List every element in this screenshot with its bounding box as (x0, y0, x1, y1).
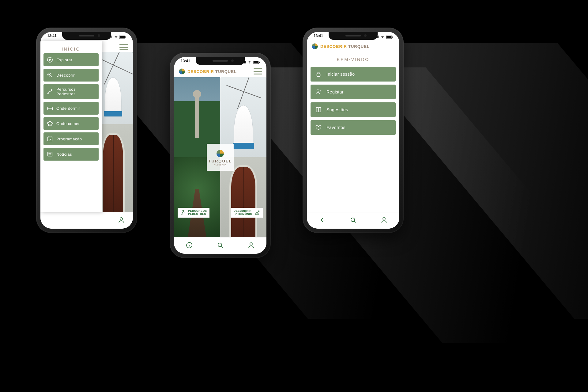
search-plus-icon (47, 72, 53, 78)
menu-item-register[interactable]: Registar (311, 85, 396, 99)
menu-label: Notícias (56, 152, 72, 157)
svg-point-23 (351, 218, 355, 222)
chip-line2: PEDESTRES (188, 212, 206, 215)
nav-profile[interactable] (118, 216, 125, 225)
menu-label: Descobrir (56, 73, 75, 78)
badge-turquel: TURQUEL (209, 159, 232, 163)
bottom-nav (40, 212, 133, 229)
welcome-title: BEM-VINDO (307, 57, 399, 62)
bottom-nav (307, 212, 399, 229)
menu-item-descobrir[interactable]: Descobrir (43, 69, 99, 82)
newspaper-icon (47, 151, 53, 158)
menu-item-explorar[interactable]: Explorar (43, 53, 99, 66)
svg-point-22 (317, 90, 319, 92)
svg-point-16 (218, 243, 222, 247)
heart-icon (315, 124, 322, 131)
profile-icon (118, 216, 125, 224)
nav-profile[interactable] (247, 242, 255, 250)
brand-word-descobrir: DESCOBRIR (187, 69, 214, 74)
menu-label: Iniciar sessão (326, 72, 355, 77)
svg-point-17 (250, 243, 252, 245)
nav-profile[interactable] (380, 216, 388, 225)
wifi-icon (380, 36, 385, 39)
chip-line1: DESCOBRIR (234, 209, 252, 212)
menu-item-onde-dormir[interactable]: Onde dormir (43, 102, 99, 115)
menu-item-onde-comer[interactable]: Onde comer (43, 117, 99, 130)
wifi-icon (247, 61, 252, 64)
nav-search[interactable] (349, 216, 357, 225)
battery-icon (253, 61, 260, 64)
menu-label: Percursos Pedestres (56, 87, 96, 96)
lock-icon (315, 70, 322, 78)
svg-point-9 (120, 218, 123, 220)
chip-line1: PERCURSOS (188, 209, 207, 212)
hamburger-icon[interactable] (254, 68, 262, 74)
bed-icon (47, 105, 53, 112)
chip-percursos-pedestres[interactable]: PERCURSOS PEDESTRES (178, 208, 209, 218)
brand-word-turquel: TURQUEL (215, 69, 237, 74)
compass-icon (47, 56, 53, 63)
info-icon (186, 242, 193, 249)
search-icon (217, 242, 224, 249)
menu-item-suggestions[interactable]: Sugestões (311, 102, 396, 117)
back-arrow-icon (318, 216, 326, 224)
nav-search[interactable] (217, 242, 224, 250)
phone-mockup-left: 13:41 (36, 28, 137, 233)
nav-back[interactable] (318, 216, 326, 225)
status-time: 13:41 (47, 34, 57, 40)
book-icon (315, 106, 322, 113)
svg-rect-11 (254, 61, 258, 63)
route-icon (47, 88, 53, 95)
chip-descobrir-patrimonio[interactable]: DESCOBRIR PATRIMÓNIO (231, 208, 263, 218)
menu-label: Favoritos (326, 125, 345, 130)
battery-icon (386, 36, 393, 39)
search-icon (349, 216, 357, 224)
turquel-badge-logo-icon (216, 149, 225, 158)
brand-logo-icon (178, 68, 186, 75)
svg-point-3 (47, 57, 53, 63)
photo-grid: TURQUEL ALCOBAÇA PERCURSOS PEDESTRES DES… (174, 77, 266, 237)
chip-line2: PATRIMÓNIO (234, 212, 252, 215)
badge-alcobaca: ALCOBAÇA (214, 164, 227, 166)
chef-hat-icon (47, 120, 53, 127)
status-time: 13:41 (314, 34, 323, 40)
wifi-icon (114, 36, 118, 39)
device-notch (329, 32, 378, 40)
svg-rect-7 (48, 137, 52, 141)
heritage-icon (254, 210, 260, 216)
hamburger-icon[interactable] (119, 44, 128, 50)
phone-mockup-center: 13:41 DESCOBRIR TURQUEL (170, 53, 271, 258)
menu-item-programacao[interactable]: Programação (43, 132, 99, 145)
hiker-icon (180, 210, 186, 216)
svg-point-24 (383, 218, 385, 220)
menu-label: Onde dormir (56, 106, 80, 111)
menu-label: Programação (56, 137, 82, 141)
menu-item-login[interactable]: Iniciar sessão (311, 67, 396, 82)
svg-point-14 (258, 211, 259, 211)
svg-rect-12 (259, 62, 260, 63)
svg-point-5 (48, 93, 49, 94)
turquel-badge: TURQUEL ALCOBAÇA (207, 144, 234, 171)
svg-rect-1 (120, 36, 125, 38)
nav-info[interactable] (186, 242, 193, 250)
svg-rect-19 (386, 36, 391, 38)
svg-rect-21 (317, 74, 320, 76)
battery-icon (119, 36, 126, 39)
menu-label: Registar (326, 89, 344, 94)
menu-label: Explorar (56, 58, 72, 62)
status-time: 13:41 (181, 59, 190, 66)
menu-item-percursos[interactable]: Percursos Pedestres (43, 84, 99, 99)
device-notch (62, 32, 111, 40)
device-notch (196, 57, 245, 65)
menu-item-favorites[interactable]: Favoritos (311, 120, 396, 135)
brand-logo-icon (311, 43, 318, 50)
drawer-title: INÍCIO (40, 47, 102, 51)
menu-item-noticias[interactable]: Notícias (43, 148, 99, 161)
brand-word-turquel: TURQUEL (348, 44, 370, 49)
brand-word-descobrir: DESCOBRIR (320, 44, 347, 49)
profile-icon (247, 242, 255, 249)
user-plus-icon (315, 88, 322, 96)
svg-rect-20 (392, 36, 393, 38)
calendar-check-icon (47, 135, 53, 142)
menu-label: Sugestões (326, 107, 348, 112)
